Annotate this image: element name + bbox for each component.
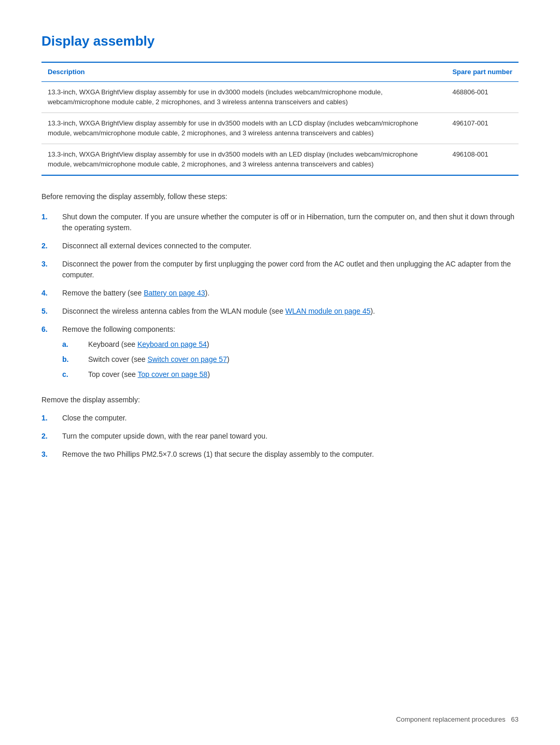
sub-step-content: Top cover (see Top cover on page 58) bbox=[88, 369, 210, 380]
link[interactable]: Battery on page 43 bbox=[144, 289, 205, 297]
steps-list: 1.Shut down the computer. If you are uns… bbox=[41, 212, 519, 384]
list-item: a.Keyboard (see Keyboard on page 54) bbox=[62, 339, 519, 350]
step-number: 2. bbox=[41, 431, 62, 442]
link[interactable]: Switch cover on page 57 bbox=[147, 355, 227, 363]
link[interactable]: WLAN module on page 45 bbox=[285, 307, 370, 315]
link[interactable]: Keyboard on page 54 bbox=[137, 340, 207, 348]
sub-step-letter: b. bbox=[62, 354, 88, 365]
step-content: Disconnect all external devices connecte… bbox=[62, 241, 519, 251]
list-item: 2.Turn the computer upside down, with th… bbox=[41, 431, 519, 442]
parts-table: Description Spare part number 13.3-inch,… bbox=[41, 62, 519, 176]
list-item: 6.Remove the following components:a.Keyb… bbox=[41, 324, 519, 384]
sub-step-letter: a. bbox=[62, 339, 88, 350]
table-cell-description: 13.3-inch, WXGA BrightView display assem… bbox=[41, 144, 446, 175]
table-cell-description: 13.3-inch, WXGA BrightView display assem… bbox=[41, 113, 446, 144]
footer-page: 63 bbox=[511, 715, 519, 723]
step-content: Remove the battery (see Battery on page … bbox=[62, 288, 519, 299]
step-number: 1. bbox=[41, 212, 62, 222]
step-content: Remove the two Phillips PM2.5×7.0 screws… bbox=[62, 449, 519, 460]
list-item: 3.Remove the two Phillips PM2.5×7.0 scre… bbox=[41, 449, 519, 460]
step-number: 2. bbox=[41, 241, 62, 251]
step-number: 3. bbox=[41, 259, 62, 270]
footer-text: Component replacement procedures bbox=[396, 715, 506, 723]
table-cell-spare: 496107-001 bbox=[446, 113, 519, 144]
col-header-description: Description bbox=[41, 62, 446, 81]
step-number: 3. bbox=[41, 449, 62, 460]
step-content: Turn the computer upside down, with the … bbox=[62, 431, 519, 442]
step-number: 1. bbox=[41, 413, 62, 424]
link[interactable]: Top cover on page 58 bbox=[137, 370, 207, 378]
table-cell-spare: 468806-001 bbox=[446, 81, 519, 113]
list-item: b.Switch cover (see Switch cover on page… bbox=[62, 354, 519, 365]
step-content: Shut down the computer. If you are unsur… bbox=[62, 212, 519, 233]
intro-text: Before removing the display assembly, fo… bbox=[41, 191, 519, 202]
step-content: Disconnect the wireless antenna cables f… bbox=[62, 306, 519, 317]
step-number: 5. bbox=[41, 306, 62, 317]
sub-steps-list: a.Keyboard (see Keyboard on page 54)b.Sw… bbox=[62, 339, 519, 380]
page-title: Display assembly bbox=[41, 31, 519, 51]
list-item: 5.Disconnect the wireless antenna cables… bbox=[41, 306, 519, 317]
list-item: 1.Close the computer. bbox=[41, 413, 519, 424]
footer: Component replacement procedures 63 bbox=[396, 714, 519, 725]
col-header-spare: Spare part number bbox=[446, 62, 519, 81]
step-number: 6. bbox=[41, 324, 62, 335]
table-row: 13.3-inch, WXGA BrightView display assem… bbox=[41, 144, 519, 175]
table-row: 13.3-inch, WXGA BrightView display assem… bbox=[41, 81, 519, 113]
sub-step-content: Switch cover (see Switch cover on page 5… bbox=[88, 354, 229, 365]
table-row: 13.3-inch, WXGA BrightView display assem… bbox=[41, 113, 519, 144]
step-content: Close the computer. bbox=[62, 413, 519, 424]
list-item: c.Top cover (see Top cover on page 58) bbox=[62, 369, 519, 380]
parts-table-container: Description Spare part number 13.3-inch,… bbox=[41, 62, 519, 176]
list-item: 3.Disconnect the power from the computer… bbox=[41, 259, 519, 280]
step-content: Disconnect the power from the computer b… bbox=[62, 259, 519, 280]
sub-step-content: Keyboard (see Keyboard on page 54) bbox=[88, 339, 209, 350]
step-number: 4. bbox=[41, 288, 62, 299]
list-item: 1.Shut down the computer. If you are uns… bbox=[41, 212, 519, 233]
sub-step-letter: c. bbox=[62, 369, 88, 380]
list-item: 4.Remove the battery (see Battery on pag… bbox=[41, 288, 519, 299]
list-item: 2.Disconnect all external devices connec… bbox=[41, 241, 519, 251]
remove-steps-list: 1.Close the computer.2.Turn the computer… bbox=[41, 413, 519, 460]
remove-section-label: Remove the display assembly: bbox=[41, 395, 519, 405]
step-content: Remove the following components:a.Keyboa… bbox=[62, 324, 519, 384]
table-cell-spare: 496108-001 bbox=[446, 144, 519, 175]
table-cell-description: 13.3-inch, WXGA BrightView display assem… bbox=[41, 81, 446, 113]
